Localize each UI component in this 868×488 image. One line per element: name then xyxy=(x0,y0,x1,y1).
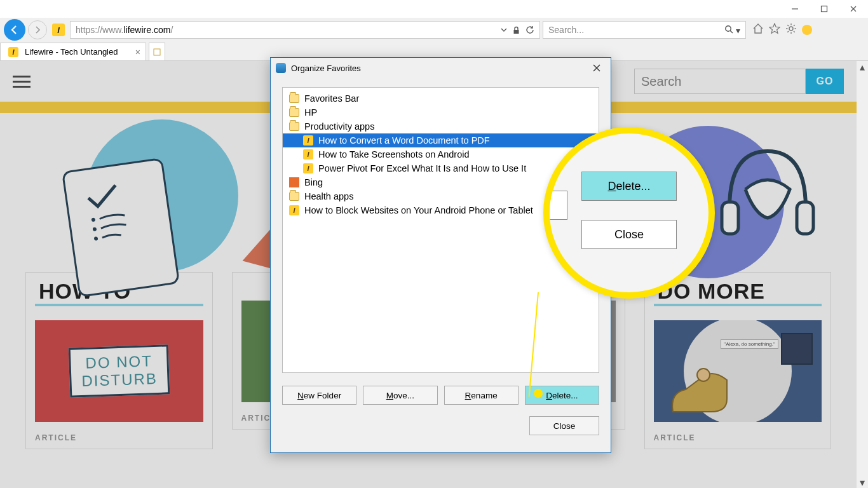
tab-close-icon[interactable]: × xyxy=(135,47,140,57)
feedback-smiley-icon[interactable] xyxy=(802,25,812,35)
svg-point-22 xyxy=(697,369,710,381)
svg-point-7 xyxy=(789,27,793,30)
favorites-item[interactable]: Favorites Bar xyxy=(283,92,599,105)
url-protocol: https://www. xyxy=(76,25,123,35)
svg-rect-1 xyxy=(822,6,827,12)
ie-icon xyxy=(276,63,286,73)
favorites-item-label: Power Pivot For Excel What It Is and How… xyxy=(318,163,526,173)
favorites-item-label: Productivity apps xyxy=(304,121,374,132)
close-button[interactable]: Close xyxy=(529,416,599,435)
favorites-item[interactable]: HP xyxy=(283,105,599,119)
favorites-item[interactable]: lHow to Convert a Word Document to PDF xyxy=(283,133,599,147)
dropdown-icon[interactable] xyxy=(501,27,507,33)
move-button[interactable]: Move... xyxy=(363,386,437,405)
tab-title: Lifewire - Tech Untangled xyxy=(25,47,118,57)
card-kicker: ARTICLE xyxy=(35,433,203,442)
favorites-item-label: How to Block Websites on Your Android Ph… xyxy=(304,205,533,215)
rename-button[interactable]: Rename xyxy=(444,386,519,405)
search-go-button[interactable]: GO xyxy=(806,69,844,94)
svg-point-19 xyxy=(94,236,98,241)
callout-delete-button: Delete... xyxy=(581,172,677,201)
nav-back-button[interactable] xyxy=(4,19,25,41)
scroll-down-icon[interactable]: ▾ xyxy=(857,477,868,488)
callout-leader-dot xyxy=(534,389,543,398)
vertical-scrollbar[interactable]: ▴ ▾ xyxy=(857,61,868,488)
svg-line-14 xyxy=(787,31,789,32)
lifewire-icon: l xyxy=(303,149,313,159)
folder-icon xyxy=(289,94,299,103)
favorites-item-label: Bing xyxy=(304,177,323,187)
dialog-title: Organize Favorites xyxy=(291,64,361,73)
card-image[interactable]: DO NOT DISTURB xyxy=(35,320,203,422)
refresh-icon[interactable] xyxy=(526,25,534,34)
favorites-item-label: How to Convert a Word Document to PDF xyxy=(318,135,490,146)
site-favicon: l xyxy=(52,24,65,36)
svg-line-13 xyxy=(794,31,795,32)
lock-icon xyxy=(512,26,520,34)
favorites-item-label: How to Take Screenshots on Android xyxy=(318,149,470,159)
svg-rect-16 xyxy=(154,49,160,55)
tablet-illustration xyxy=(62,158,180,297)
nav-forward-button[interactable] xyxy=(28,20,47,39)
tools-gear-icon[interactable] xyxy=(785,23,797,37)
window-minimize-button[interactable] xyxy=(780,0,810,18)
url-path: / xyxy=(170,25,173,35)
folder-icon xyxy=(289,108,299,117)
window-maximize-button[interactable] xyxy=(810,0,839,18)
magnifier-callout: Delete... Close xyxy=(543,127,715,299)
svg-point-17 xyxy=(92,217,96,222)
svg-rect-21 xyxy=(797,202,813,234)
browser-tab[interactable]: l Lifewire - Tech Untangled × xyxy=(0,43,146,60)
favorites-item[interactable]: lHow to Take Screenshots on Android xyxy=(283,147,599,161)
address-bar[interactable]: https://www.lifewire.com/ xyxy=(70,21,540,39)
dialog-close-button[interactable] xyxy=(588,60,606,76)
svg-rect-20 xyxy=(722,202,738,234)
new-tab-button[interactable] xyxy=(149,43,165,60)
favorites-item[interactable]: lPower Pivot For Excel What It Is and Ho… xyxy=(283,161,599,175)
svg-rect-4 xyxy=(514,30,519,34)
url-domain: lifewire.com xyxy=(123,25,170,35)
lifewire-icon: l xyxy=(289,205,299,215)
site-search-input[interactable] xyxy=(634,69,806,94)
search-icon[interactable]: ▾ xyxy=(724,25,740,36)
menu-hamburger-icon[interactable] xyxy=(13,76,31,88)
card-image[interactable]: "Alexa, do something." xyxy=(654,320,822,422)
favorites-item[interactable]: Productivity apps xyxy=(283,119,599,133)
home-icon[interactable] xyxy=(752,23,764,37)
svg-line-6 xyxy=(730,30,733,33)
headphones-illustration xyxy=(717,132,818,247)
folder-icon xyxy=(289,122,299,131)
new-folder-button[interactable]: New Folder xyxy=(282,386,356,405)
window-close-button[interactable] xyxy=(839,0,868,18)
favorites-item-label: HP xyxy=(304,107,317,118)
favorites-star-icon[interactable] xyxy=(769,23,780,37)
category-title-domore: DO MORE xyxy=(654,279,822,306)
folder-icon xyxy=(289,192,299,201)
scroll-up-icon[interactable]: ▴ xyxy=(857,61,868,72)
lifewire-icon: l xyxy=(303,135,313,146)
card-kicker: ARTICLE xyxy=(654,433,822,442)
bing-icon xyxy=(289,177,299,187)
tab-favicon: l xyxy=(8,47,18,57)
lifewire-icon: l xyxy=(303,163,313,173)
favorites-item-label: Health apps xyxy=(304,191,353,201)
favorites-item-label: Favorites Bar xyxy=(304,93,359,104)
svg-line-15 xyxy=(794,25,795,26)
callout-close-button: Close xyxy=(581,220,677,249)
browser-search-input[interactable]: Search... ▾ xyxy=(543,21,746,39)
svg-line-12 xyxy=(787,25,789,26)
svg-point-18 xyxy=(93,227,97,231)
svg-point-5 xyxy=(726,25,731,30)
browser-toolbar: l https://www.lifewire.com/ Search... ▾ xyxy=(0,18,868,42)
